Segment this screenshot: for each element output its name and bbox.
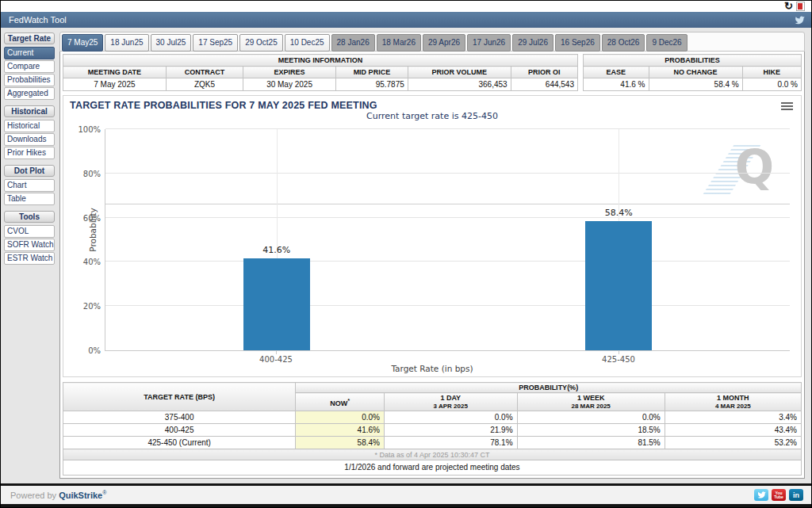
sidebar-item-prior-hikes[interactable]: Prior Hikes xyxy=(4,147,55,159)
sidebar-header-historical: Historical xyxy=(4,105,55,117)
app-title: FedWatch Tool xyxy=(9,15,67,25)
tab-18-mar26[interactable]: 18 Mar26 xyxy=(377,34,421,52)
quikstrike-link[interactable]: QuikStrike xyxy=(59,491,102,500)
linkedin-icon[interactable]: in xyxy=(789,489,803,501)
tab-29-apr26[interactable]: 29 Apr26 xyxy=(423,34,465,52)
sidebar-item-compare[interactable]: Compare xyxy=(4,60,55,73)
y-tick-label: 20% xyxy=(83,302,101,311)
data-as-of-row: * Data as of 4 Apr 2025 10:30:47 CT xyxy=(63,449,802,460)
col-1-month: 1 MONTH4 MAR 2025 xyxy=(665,393,801,411)
bar-value-label: 58.4% xyxy=(605,208,633,218)
col-1-day: 1 DAY3 APR 2025 xyxy=(384,393,517,411)
probabilities-title: PROBABILITIES xyxy=(584,55,802,67)
meeting-information-table: MEETING INFORMATION MEETING DATE CONTRAC… xyxy=(63,54,578,91)
twitter-icon[interactable] xyxy=(795,15,805,25)
tab-28-oct26[interactable]: 28 Oct26 xyxy=(602,34,645,52)
y-tick-label: 100% xyxy=(78,125,101,134)
main-area: Target Rate Current Compare Probabilitie… xyxy=(1,28,811,483)
tab-7-may25[interactable]: 7 May25 xyxy=(62,34,103,52)
sidebar-item-downloads[interactable]: Downloads xyxy=(4,133,55,146)
tab-29-jul26[interactable]: 29 Jul26 xyxy=(512,34,553,52)
col-ease: EASE xyxy=(584,67,649,78)
sidebar-item-current[interactable]: Current xyxy=(4,47,55,59)
now-prob: 58.4% xyxy=(296,437,385,449)
prior-oi-value: 644,543 xyxy=(511,78,577,91)
col-1-week: 1 WEEK28 MAR 2025 xyxy=(517,393,665,411)
bar-value-label: 41.6% xyxy=(262,245,290,255)
probability-history-table: TARGET RATE (BPS) PROBABILITY(%) NOW* 1 … xyxy=(63,382,802,460)
col-hike: HIKE xyxy=(742,67,801,78)
probability-chart: TARGET RATE PROBABILITIES FOR 7 MAY 2025… xyxy=(63,95,802,377)
sidebar-item-aggregated[interactable]: Aggregated xyxy=(4,87,55,100)
y-gridline xyxy=(105,128,790,129)
day-prob: 0.0% xyxy=(384,411,517,424)
chart-plot: Q 0%20%40%60%80%100%41.6%58.4% xyxy=(105,129,790,351)
day-prob: 21.9% xyxy=(384,424,517,437)
chart-bar[interactable] xyxy=(243,258,310,350)
sidebar: Target Rate Current Compare Probabilitie… xyxy=(1,28,56,483)
col-mid-price: MID PRICE xyxy=(335,67,408,78)
x-tick-mark xyxy=(619,351,619,354)
col-prior-oi: PRIOR OI xyxy=(511,67,577,78)
y-tick-label: 0% xyxy=(88,346,101,355)
week-prob: 18.5% xyxy=(517,424,665,437)
quikstrike-watermark: Q xyxy=(718,143,774,196)
expires-value: 30 May 2025 xyxy=(243,78,336,91)
y-gridline xyxy=(105,173,790,174)
sidebar-item-table[interactable]: Table xyxy=(4,193,55,205)
sidebar-item-probabilities[interactable]: Probabilities xyxy=(4,74,55,86)
tab-30-jul25[interactable]: 30 Jul25 xyxy=(151,34,192,52)
tab-29-oct25[interactable]: 29 Oct25 xyxy=(239,34,283,52)
tab-17-sep25[interactable]: 17 Sep25 xyxy=(193,34,238,52)
extra-gridline xyxy=(105,204,790,204)
chart-title: TARGET RATE PROBABILITIES FOR 7 MAY 2025… xyxy=(63,96,801,111)
sidebar-item-cvol[interactable]: CVOL xyxy=(4,225,55,238)
prior-volume-value: 366,453 xyxy=(408,78,511,91)
twitter-footer-icon[interactable] xyxy=(754,489,768,501)
table-row: 400-425 41.6% 21.9% 18.5% 43.4% xyxy=(63,424,802,437)
table-row: 375-400 0.0% 0.0% 0.0% 3.4% xyxy=(63,411,802,424)
sidebar-header-dot-plot: Dot Plot xyxy=(4,165,55,177)
now-prob: 0.0% xyxy=(296,411,385,424)
browser-top-strip: ↻ xyxy=(1,1,811,12)
month-prob: 53.2% xyxy=(665,437,801,449)
now-prob: 41.6% xyxy=(296,424,385,437)
tab-17-jun26[interactable]: 17 Jun26 xyxy=(467,34,511,52)
x-axis-labels: 400-425425-450 xyxy=(105,353,790,364)
content-column: 7 May25 18 Jun25 30 Jul25 17 Sep25 29 Oc… xyxy=(56,28,811,483)
chart-export-menu-icon[interactable] xyxy=(781,102,793,110)
week-prob: 0.0% xyxy=(517,411,665,424)
tab-28-jan26[interactable]: 28 Jan26 xyxy=(331,34,375,52)
y-tick-label: 40% xyxy=(83,258,101,266)
meeting-date-value: 7 May 2025 xyxy=(63,78,167,91)
col-no-change: NO CHANGE xyxy=(649,67,742,78)
tab-16-sep26[interactable]: 16 Sep26 xyxy=(555,34,600,52)
sidebar-item-historical[interactable]: Historical xyxy=(4,120,55,132)
meeting-info-title: MEETING INFORMATION xyxy=(63,55,578,67)
bottom-edge-bar xyxy=(1,504,811,507)
export-pdf-icon[interactable] xyxy=(796,2,805,11)
month-prob: 3.4% xyxy=(665,411,801,424)
mid-price-value: 95.7875 xyxy=(335,78,408,91)
sidebar-item-chart[interactable]: Chart xyxy=(4,179,55,192)
no-change-value: 58.4 % xyxy=(649,78,742,91)
sidebar-item-estr-watch[interactable]: ESTR Watch xyxy=(4,252,55,265)
youtube-icon[interactable]: YouTube xyxy=(772,489,786,501)
sidebar-item-sofr-watch[interactable]: SOFR Watch xyxy=(4,239,55,251)
tab-18-jun25[interactable]: 18 Jun25 xyxy=(105,34,148,52)
chart-bar[interactable] xyxy=(585,221,652,350)
tab-10-dec25[interactable]: 10 Dec25 xyxy=(285,34,330,52)
meeting-date-tabs: 7 May25 18 Jun25 30 Jul25 17 Sep25 29 Oc… xyxy=(59,32,805,52)
x-axis-title: Target Rate (in bps) xyxy=(63,364,801,373)
tab-9-dec26[interactable]: 9 Dec26 xyxy=(646,34,687,52)
powered-by: Powered by QuikStrike® xyxy=(10,490,106,500)
watermark-q: Q xyxy=(735,143,774,191)
table-row: 425-450 (Current) 58.4% 78.1% 81.5% 53.2… xyxy=(63,437,802,449)
contract-value: ZQK5 xyxy=(166,78,243,91)
month-prob: 43.4% xyxy=(665,424,801,437)
meeting-info-row: 7 May 2025 ZQK5 30 May 2025 95.7875 366,… xyxy=(63,78,578,91)
fedwatch-app: ↻ FedWatch Tool Target Rate Current Comp… xyxy=(0,0,812,508)
refresh-icon[interactable]: ↻ xyxy=(784,2,793,11)
y-gridline xyxy=(105,217,790,218)
data-as-of-note: * Data as of 4 Apr 2025 10:30:47 CT xyxy=(63,449,802,460)
